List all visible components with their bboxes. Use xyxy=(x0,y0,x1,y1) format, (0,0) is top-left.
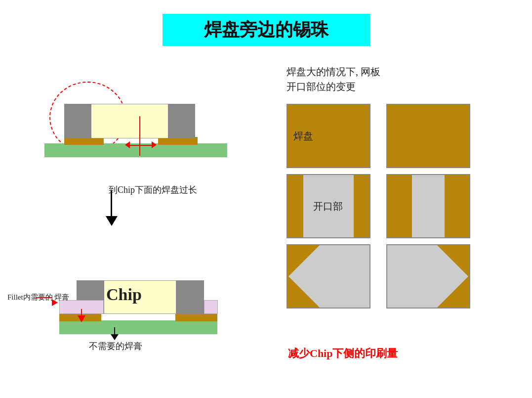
pad-diagram-right xyxy=(386,104,470,168)
down-arrow-line xyxy=(111,190,112,218)
fillet-arrow-line xyxy=(36,297,52,298)
right-section: 焊盘大的情况下, 网板 开口部位的变更 焊盘 开口部 xyxy=(286,64,514,309)
diagram-row2-right xyxy=(386,174,470,238)
gold-strip-left xyxy=(287,175,303,237)
triangle-tr xyxy=(437,245,469,277)
solder-paste-right xyxy=(204,300,218,314)
diagram-row1-left: 焊盘 xyxy=(286,104,370,168)
opening-diagram-right xyxy=(386,174,470,238)
electrode-right-bottom xyxy=(176,280,204,314)
triangle-tl xyxy=(287,245,320,277)
gold-strip-right xyxy=(354,175,369,237)
diagram-row3-left xyxy=(286,244,370,309)
red-arrow-solder xyxy=(78,315,85,322)
down-arrow-head xyxy=(106,216,118,226)
gold-strip-right-narrow xyxy=(445,175,469,237)
pcb-board-bottom xyxy=(59,320,217,334)
diagonal-diagram-left xyxy=(286,244,370,309)
page-title: 焊盘旁边的锡珠 xyxy=(172,18,360,42)
arrow-right xyxy=(152,141,157,148)
top-diagram-label: 到Chip下面的焊盘过长 xyxy=(109,184,197,196)
right-description: 焊盘大的情况下, 网板 开口部位的变更 xyxy=(286,64,514,94)
unwanted-arrow-line xyxy=(114,327,115,334)
bottom-right-label: 减少Chip下侧的印刷量 xyxy=(288,346,398,361)
electrode-right-top xyxy=(168,104,195,138)
unwanted-label: 不需要的焊膏 xyxy=(89,340,142,352)
pad-right-bottom xyxy=(175,313,217,321)
triangle-bl xyxy=(287,275,320,308)
triangle-br xyxy=(437,275,469,308)
chip-body-top xyxy=(89,104,170,138)
top-diagram xyxy=(44,77,232,183)
red-arrow-solder-line xyxy=(81,309,82,316)
fillet-arrow xyxy=(52,299,58,306)
red-hline xyxy=(126,145,153,146)
diagram-row3-right xyxy=(386,244,470,309)
diagram-row1-right xyxy=(386,104,470,168)
gold-strip-left-narrow xyxy=(387,175,412,237)
arrow-left xyxy=(125,141,130,148)
unwanted-arrow xyxy=(111,334,119,340)
diagonal-diagram-right xyxy=(386,244,470,309)
title-bar: 焊盘旁边的锡珠 xyxy=(163,14,370,46)
electrode-left-top xyxy=(64,104,91,138)
diagram-row2-left: 开口部 xyxy=(286,174,370,238)
pad-diagram-left: 焊盘 xyxy=(286,104,370,168)
opening-diagram-left: 开口部 xyxy=(286,174,370,238)
chip-label: Chip xyxy=(106,285,142,304)
diagram-grid: 焊盘 开口部 xyxy=(286,104,474,309)
red-vline xyxy=(139,116,140,156)
